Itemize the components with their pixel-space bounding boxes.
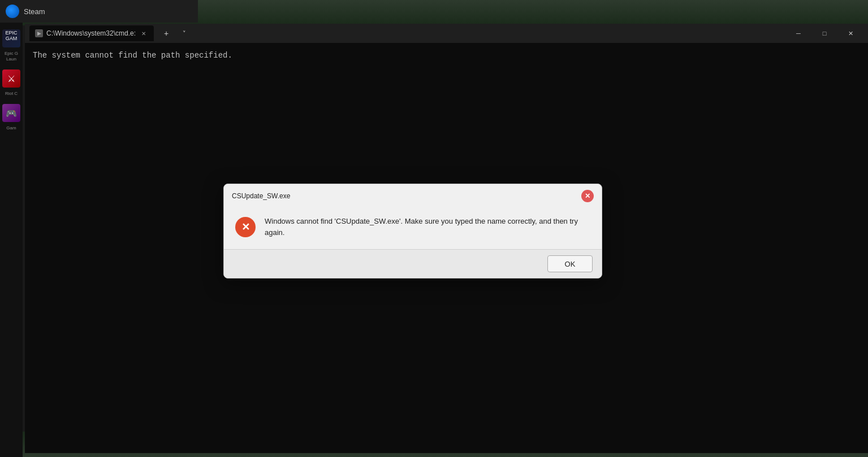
cmd-tab-close-button[interactable]: ✕: [139, 29, 148, 38]
cmd-dropdown-button[interactable]: ˅: [176, 25, 192, 41]
cmd-tab-icon-symbol: ▶: [37, 31, 41, 36]
cmd-tab-label: C:\Windows\system32\cmd.e:: [46, 29, 136, 37]
sidebar: EPICGAM Epic GLaun ⚔ Riot C 🎮 Gam: [0, 0, 23, 457]
dialog-title: CSUpdate_SW.exe: [232, 192, 290, 200]
steam-title: Steam: [24, 7, 45, 16]
error-icon-symbol: ✕: [241, 221, 250, 233]
gog-icon-symbol: 🎮: [2, 104, 20, 122]
riot-label: Riot C: [1, 91, 21, 96]
cmd-tab[interactable]: ▶ C:\Windows\system32\cmd.e: ✕: [29, 25, 154, 41]
sidebar-item-epic-games[interactable]: EPICGAM: [2, 29, 20, 47]
sidebar-item-gog[interactable]: 🎮: [2, 104, 20, 122]
minimize-button[interactable]: ─: [785, 24, 811, 43]
dialog-titlebar: CSUpdate_SW.exe ✕: [224, 184, 602, 207]
riot-icon-symbol: ⚔: [2, 69, 20, 88]
cmd-window-controls: ─ □ ✕: [785, 24, 863, 43]
dialog-footer: OK: [224, 249, 602, 278]
gog-label: Gam: [1, 125, 21, 130]
cmd-tab-icon: ▶: [35, 29, 43, 37]
cmd-add-tab-button[interactable]: +: [158, 25, 174, 41]
sidebar-item-riot[interactable]: ⚔: [2, 69, 20, 88]
dialog-body: ✕ Windows cannot find 'CSUpdate_SW.exe'.…: [224, 207, 602, 249]
steam-taskbar: Steam: [0, 0, 198, 23]
epic-icon-label: EPICGAM: [2, 29, 20, 43]
dialog-close-button[interactable]: ✕: [581, 190, 594, 202]
steam-logo-icon: [6, 5, 19, 18]
cmd-output-line1: The system cannot find the path specifie…: [33, 50, 860, 62]
close-button[interactable]: ✕: [837, 24, 863, 43]
error-icon: ✕: [235, 217, 256, 237]
maximize-button[interactable]: □: [811, 24, 837, 43]
epic-label: Epic GLaun: [1, 51, 21, 62]
dialog-message-text: Windows cannot find 'CSUpdate_SW.exe'. M…: [265, 216, 590, 238]
ok-button[interactable]: OK: [547, 255, 593, 272]
cmd-titlebar: ▶ C:\Windows\system32\cmd.e: ✕ + ˅ ─ □ ✕: [25, 24, 868, 43]
error-dialog: CSUpdate_SW.exe ✕ ✕ Windows cannot find …: [223, 184, 602, 278]
cmd-tab-actions: + ˅: [158, 25, 192, 41]
